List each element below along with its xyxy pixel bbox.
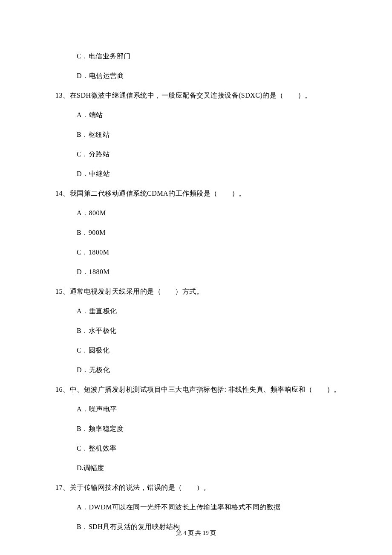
option-14-a: A．800M [77, 208, 349, 218]
option-14-d: D．1880M [77, 267, 349, 277]
option-13-a: A．端站 [77, 110, 349, 120]
option-16-c: C．整机效率 [77, 443, 349, 454]
option-13-d: D．中继站 [77, 169, 349, 179]
option-15-d: D．无极化 [77, 365, 349, 375]
option-17-a: A．DWDM可以在同一光纤不同波长上传输速率和格式不同的数据 [77, 502, 349, 512]
option-16-d: D.调幅度 [77, 463, 349, 473]
question-17: 17、关于传输网技术的说法，错误的是（ ）。 [55, 483, 349, 493]
page-footer: 第 4 页 共 19 页 [0, 529, 392, 537]
question-14: 14、我国第二代移动通信系统CDMA的工作频段是（ ）。 [55, 188, 349, 199]
question-15: 15、通常电视发射天线采用的是（ ）方式。 [55, 286, 349, 297]
option-15-b: B．水平极化 [77, 326, 349, 336]
option-13-c: C．分路站 [77, 149, 349, 159]
option-13-b: B．枢纽站 [77, 130, 349, 140]
option-16-a: A．噪声电平 [77, 404, 349, 414]
option-14-c: C．1800M [77, 247, 349, 257]
document-content: C．电信业务部门 D．电信运营商 13、在SDH微波中继通信系统中，一般应配备交… [43, 51, 349, 532]
option-14-b: B．900M [77, 228, 349, 238]
question-16: 16、中、短波广播发射机测试项目中三大电声指标包括: 非线性失真、频率响应和（ … [55, 384, 349, 395]
option-16-b: B．频率稳定度 [77, 424, 349, 434]
option-15-c: C．圆极化 [77, 345, 349, 356]
option-15-a: A．垂直极化 [77, 306, 349, 316]
option-c-orphan: C．电信业务部门 [77, 51, 349, 61]
option-d-orphan: D．电信运营商 [77, 71, 349, 81]
question-13: 13、在SDH微波中继通信系统中，一般应配备交叉连接设备(SDXC)的是（ ）。 [55, 90, 349, 101]
